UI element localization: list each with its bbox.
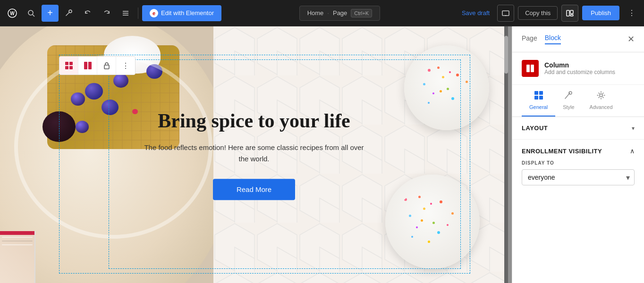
- enrollment-visibility-header[interactable]: Enrollment Visibility ∧: [522, 147, 635, 155]
- tab-general[interactable]: General: [522, 85, 555, 117]
- svg-rect-11: [570, 10, 573, 14]
- block-more-button[interactable]: ⋮: [116, 57, 135, 75]
- scroll-thumb[interactable]: [504, 36, 508, 74]
- tab-style[interactable]: Style: [555, 85, 582, 117]
- tab-block[interactable]: Block: [545, 34, 561, 44]
- svg-rect-8: [502, 11, 509, 16]
- enrollment-collapse-icon: ∧: [630, 147, 635, 155]
- keyboard-shortcut: Ctrl+K: [351, 9, 372, 17]
- block-columns-button[interactable]: [78, 57, 97, 75]
- layout-collapse-icon: ▾: [632, 125, 635, 132]
- block-type-info: Column Add and customize columns: [544, 61, 635, 75]
- publish-button[interactable]: Publish: [582, 6, 619, 20]
- style-icon: [564, 91, 573, 102]
- block-type-icon: [522, 60, 539, 77]
- advanced-icon: [596, 91, 606, 102]
- enrollment-title-label: Enrollment Visibility: [522, 148, 602, 155]
- right-panel: Page Block ✕ Column Add and customize co…: [512, 26, 644, 283]
- hero-section: ⋮ Bring spice to your life The food refl…: [0, 26, 508, 283]
- svg-rect-12: [570, 15, 573, 16]
- svg-rect-17: [65, 62, 68, 65]
- copy-button[interactable]: Copy this: [518, 6, 558, 20]
- undo-button[interactable]: [79, 5, 96, 22]
- tab-advanced[interactable]: Advanced: [582, 85, 620, 117]
- toolbar-center: Home · Page Ctrl+K: [223, 6, 456, 21]
- svg-rect-23: [104, 65, 109, 69]
- block-grid-button[interactable]: [59, 57, 78, 75]
- breadcrumb-separator: ·: [327, 9, 329, 17]
- display-to-label: DISPLAY TO: [522, 160, 635, 166]
- svg-point-4: [69, 10, 72, 13]
- read-more-button[interactable]: Read More: [213, 179, 295, 200]
- layout-section-header[interactable]: Layout ▾: [522, 125, 635, 132]
- tab-page[interactable]: Page: [522, 34, 537, 44]
- close-panel-button[interactable]: ✕: [627, 34, 635, 44]
- advanced-tab-label: Advanced: [590, 104, 613, 110]
- svg-rect-22: [88, 62, 92, 69]
- svg-point-31: [600, 94, 602, 97]
- breadcrumb-page: Page: [333, 9, 347, 17]
- visibility-select[interactable]: everyone logged in logged out: [522, 169, 635, 185]
- breadcrumb[interactable]: Home · Page Ctrl+K: [299, 6, 381, 21]
- napkin: [0, 231, 35, 283]
- hero-subtitle: The food reflects emotion! Here are some…: [141, 142, 367, 165]
- enrollment-visibility-section: Enrollment Visibility ∧ DISPLAY TO every…: [512, 140, 644, 193]
- breadcrumb-home: Home: [307, 9, 324, 17]
- edit-elementor-button[interactable]: e Edit with Elementor: [142, 5, 221, 21]
- view-button[interactable]: [561, 5, 578, 22]
- wp-logo[interactable]: W: [4, 5, 21, 22]
- visibility-select-wrapper: everyone logged in logged out ▾: [522, 169, 635, 185]
- svg-text:W: W: [10, 11, 15, 16]
- svg-rect-25: [531, 65, 534, 72]
- top-toolbar: W +: [0, 0, 644, 26]
- toolbar-divider-1: [138, 8, 138, 19]
- block-type-name: Column: [544, 61, 635, 69]
- svg-rect-10: [567, 10, 569, 16]
- svg-line-3: [33, 15, 34, 17]
- add-block-button[interactable]: +: [42, 5, 59, 22]
- general-tab-label: General: [529, 104, 548, 110]
- svg-rect-27: [539, 91, 543, 95]
- canvas-scrollbar[interactable]: [504, 26, 508, 283]
- page-canvas[interactable]: ⋮ Bring spice to your life The food refl…: [0, 26, 508, 283]
- layout-title: Layout: [522, 125, 548, 132]
- panel-header: Page Block ✕: [512, 26, 644, 52]
- list-view-button[interactable]: [117, 5, 134, 22]
- svg-rect-20: [69, 66, 73, 69]
- hero-title: Bring spice to your life: [141, 109, 367, 133]
- main-area: ⋮ Bring spice to your life The food refl…: [0, 26, 644, 283]
- layout-section: Layout ▾: [512, 117, 644, 140]
- svg-point-30: [569, 92, 572, 94]
- svg-rect-26: [534, 91, 538, 95]
- more-options-button[interactable]: ⋮: [623, 5, 640, 22]
- search-button[interactable]: [23, 5, 40, 22]
- svg-rect-21: [84, 62, 87, 69]
- block-toolbar: ⋮: [59, 56, 136, 75]
- style-tab-label: Style: [563, 104, 574, 110]
- block-type-header: Column Add and customize columns: [512, 52, 644, 85]
- svg-rect-18: [69, 62, 73, 65]
- panel-tabs-row: General Style Advanced: [512, 85, 644, 117]
- svg-rect-19: [65, 66, 68, 69]
- tools-button[interactable]: [60, 5, 77, 22]
- svg-rect-24: [526, 65, 530, 72]
- svg-point-2: [28, 10, 33, 15]
- canvas-area: ⋮ Bring spice to your life The food refl…: [0, 26, 512, 283]
- hero-text: Bring spice to your life The food reflec…: [141, 109, 367, 200]
- toolbar-right: Save draft Copy this Publish ⋮: [458, 5, 640, 22]
- device-preview-button[interactable]: [497, 5, 514, 22]
- redo-button[interactable]: [98, 5, 115, 22]
- block-type-desc: Add and customize columns: [544, 69, 635, 75]
- general-icon: [534, 91, 543, 102]
- svg-rect-29: [539, 96, 543, 100]
- svg-rect-28: [534, 96, 538, 100]
- save-draft-button[interactable]: Save draft: [458, 7, 493, 19]
- block-lock-button[interactable]: [97, 57, 116, 75]
